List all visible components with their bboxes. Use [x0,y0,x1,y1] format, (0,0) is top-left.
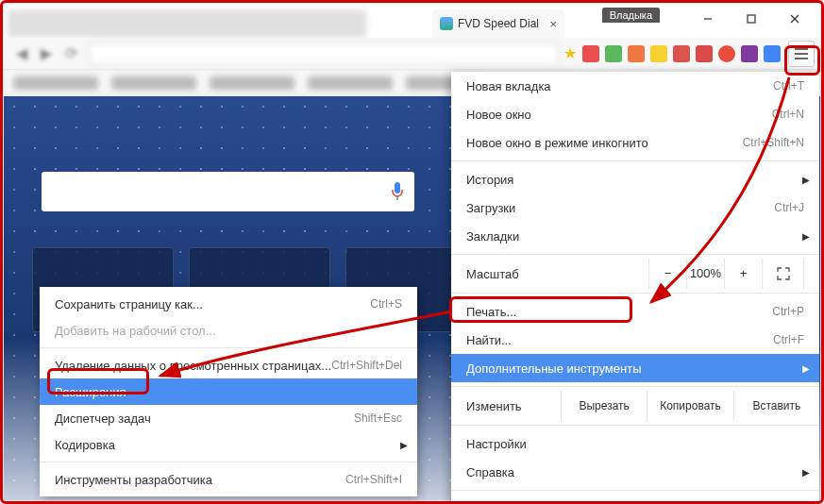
address-bar[interactable] [89,42,558,65]
menu-shortcut: Ctrl+Shift+N [743,136,804,149]
close-tab-icon[interactable]: × [549,17,557,31]
menu-label: Дополнительные инструменты [466,361,642,376]
submenu-arrow-icon: ▶ [802,231,810,242]
menu-separator [451,425,819,426]
svg-rect-1 [748,15,755,23]
menu-label: Настройки [466,437,527,451]
menu-separator [451,160,819,161]
menu-label: Новое окно в режиме инкогнито [466,136,648,150]
more-tools-submenu: Сохранить страницу как...Ctrl+S Добавить… [40,287,417,496]
menu-label: Расширения [55,385,126,399]
menu-edit: Изменить Вырезать Копировать Вставить [451,391,819,421]
user-badge[interactable]: Владыка [602,8,660,23]
fullscreen-button[interactable] [763,259,804,289]
extension-icon[interactable] [741,45,758,62]
menu-shortcut: Ctrl+F [773,333,804,346]
submenu-encoding[interactable]: Кодировка▶ [40,431,417,458]
menu-label: Сохранить страницу как... [55,297,203,311]
menu-label: Справка [466,465,514,479]
submenu-dev-tools[interactable]: Инструменты разработчикаCtrl+Shift+I [40,466,417,493]
extension-icon[interactable] [696,45,713,62]
window-controls [686,8,816,30]
back-button[interactable]: ◀ [9,42,34,66]
menu-label: Закладки [466,229,519,244]
menu-find[interactable]: Найти...Ctrl+F [451,326,819,354]
bookmark-star-icon[interactable]: ★ [563,44,577,62]
forward-button[interactable]: ▶ [34,42,59,66]
extension-icon[interactable] [628,45,645,62]
tab-favicon [440,17,453,30]
menu-shortcut: Ctrl+J [774,201,804,214]
active-tab[interactable]: FVD Speed Dial × [432,9,564,38]
paste-button[interactable]: Вставить [733,391,819,421]
submenu-arrow-icon: ▶ [400,440,408,450]
menu-label: Масштаб [466,267,519,281]
menu-help[interactable]: Справка▶ [451,458,819,486]
menu-bookmarks[interactable]: Закладки▶ [451,222,819,250]
menu-separator [40,462,417,462]
menu-print[interactable]: Печать...Ctrl+P [451,297,819,326]
submenu-save-as[interactable]: Сохранить страницу как...Ctrl+S [40,291,417,317]
cut-button[interactable]: Вырезать [561,391,647,421]
extension-icon[interactable] [718,45,735,62]
submenu-extensions[interactable]: Расширения [40,378,417,405]
extension-icons: ★ [563,44,784,62]
zoom-value: 100% [687,259,725,289]
menu-label: Изменить [466,399,561,413]
zoom-in-button[interactable]: + [725,259,763,289]
menu-label: История [466,173,513,187]
menu-new-window[interactable]: Новое окноCtrl+N [451,100,819,128]
menu-label: Новое окно [466,108,531,122]
reload-button[interactable]: ⟳ [59,42,83,66]
minimize-button[interactable] [686,8,730,30]
menu-more-tools[interactable]: Дополнительные инструменты▶ [451,354,819,382]
menu-history[interactable]: История▶ [451,165,819,193]
titlebar: FVD Speed Dial × Владыка [4,4,820,38]
menu-shortcut: Ctrl+N [772,108,804,121]
menu-zoom: Масштаб − 100% + [451,259,819,289]
menu-shortcut: Ctrl+T [773,79,804,92]
menu-label: Загрузки [466,201,515,215]
menu-label: Диспетчер задач [55,412,151,426]
menu-incognito[interactable]: Новое окно в режиме инкогнитоCtrl+Shift+… [451,128,819,157]
menu-label: Инструменты разработчика [55,473,212,487]
extension-icon[interactable] [650,45,667,62]
menu-label: Печать... [466,305,516,319]
menu-separator [451,293,819,294]
maximize-button[interactable] [730,8,773,30]
submenu-add-to-desktop: Добавить на рабочий стол... [40,317,417,344]
close-window-button[interactable] [773,8,816,30]
extension-icon[interactable] [605,45,622,62]
menu-separator [40,347,417,348]
main-menu-button[interactable] [788,41,815,67]
svg-rect-4 [395,182,400,193]
menu-separator [451,386,819,387]
submenu-arrow-icon: ▶ [802,175,810,185]
voice-search-icon[interactable] [390,181,405,202]
menu-shortcut: Ctrl+Shift+I [345,473,402,486]
menu-shortcut: Ctrl+Shift+Del [331,359,402,372]
inactive-tab-blurred[interactable] [8,9,366,38]
main-menu: Новая вкладкаCtrl+T Новое окноCtrl+N Нов… [451,72,819,504]
menu-shortcut: Shift+Esc [354,412,402,425]
copy-button[interactable]: Копировать [647,391,732,421]
extension-icon[interactable] [764,45,781,62]
extension-icon[interactable] [673,45,690,62]
submenu-arrow-icon: ▶ [802,363,810,374]
menu-settings[interactable]: Настройки [451,429,819,458]
menu-new-tab[interactable]: Новая вкладкаCtrl+T [451,72,819,100]
menu-downloads[interactable]: ЗагрузкиCtrl+J [451,193,819,222]
menu-label: Кодировка [55,438,115,452]
submenu-task-manager[interactable]: Диспетчер задачShift+Esc [40,405,417,431]
menu-shortcut: Ctrl+S [370,297,402,311]
search-bar[interactable] [42,172,414,211]
menu-label: Новая вкладка [466,79,551,93]
menu-separator [451,490,819,491]
menu-label: Добавить на рабочий стол... [55,324,216,338]
menu-exit[interactable]: ВыходCtrl+Shift+Q [451,495,819,504]
extension-icon[interactable] [582,45,599,62]
menu-separator [451,254,819,255]
tab-title: FVD Speed Dial [458,17,539,30]
submenu-clear-browsing-data[interactable]: Удаление данных о просмотренных страница… [40,352,417,378]
zoom-out-button[interactable]: − [649,259,687,289]
